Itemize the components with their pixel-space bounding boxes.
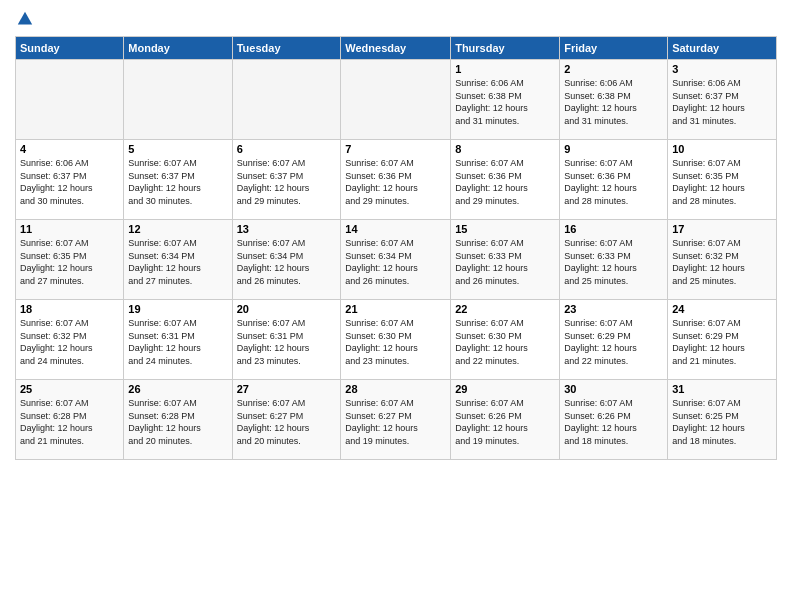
day-number: 27 bbox=[237, 383, 337, 395]
calendar-cell: 20Sunrise: 6:07 AM Sunset: 6:31 PM Dayli… bbox=[232, 300, 341, 380]
day-number: 31 bbox=[672, 383, 772, 395]
calendar-cell: 16Sunrise: 6:07 AM Sunset: 6:33 PM Dayli… bbox=[560, 220, 668, 300]
weekday-header: Saturday bbox=[668, 37, 777, 60]
logo-text bbox=[15, 10, 35, 28]
day-info: Sunrise: 6:07 AM Sunset: 6:34 PM Dayligh… bbox=[128, 237, 227, 287]
calendar-cell: 8Sunrise: 6:07 AM Sunset: 6:36 PM Daylig… bbox=[451, 140, 560, 220]
day-number: 20 bbox=[237, 303, 337, 315]
day-info: Sunrise: 6:07 AM Sunset: 6:32 PM Dayligh… bbox=[20, 317, 119, 367]
calendar-cell: 11Sunrise: 6:07 AM Sunset: 6:35 PM Dayli… bbox=[16, 220, 124, 300]
calendar-cell: 25Sunrise: 6:07 AM Sunset: 6:28 PM Dayli… bbox=[16, 380, 124, 460]
calendar-cell: 24Sunrise: 6:07 AM Sunset: 6:29 PM Dayli… bbox=[668, 300, 777, 380]
page-container: SundayMondayTuesdayWednesdayThursdayFrid… bbox=[0, 0, 792, 470]
calendar-header-row: SundayMondayTuesdayWednesdayThursdayFrid… bbox=[16, 37, 777, 60]
day-number: 30 bbox=[564, 383, 663, 395]
svg-marker-0 bbox=[18, 12, 32, 25]
day-info: Sunrise: 6:07 AM Sunset: 6:28 PM Dayligh… bbox=[20, 397, 119, 447]
day-info: Sunrise: 6:07 AM Sunset: 6:32 PM Dayligh… bbox=[672, 237, 772, 287]
weekday-header: Wednesday bbox=[341, 37, 451, 60]
calendar-cell: 30Sunrise: 6:07 AM Sunset: 6:26 PM Dayli… bbox=[560, 380, 668, 460]
calendar-cell: 22Sunrise: 6:07 AM Sunset: 6:30 PM Dayli… bbox=[451, 300, 560, 380]
weekday-header: Thursday bbox=[451, 37, 560, 60]
day-number: 21 bbox=[345, 303, 446, 315]
day-info: Sunrise: 6:07 AM Sunset: 6:36 PM Dayligh… bbox=[345, 157, 446, 207]
calendar-week-row: 25Sunrise: 6:07 AM Sunset: 6:28 PM Dayli… bbox=[16, 380, 777, 460]
calendar-cell bbox=[16, 60, 124, 140]
day-info: Sunrise: 6:07 AM Sunset: 6:26 PM Dayligh… bbox=[455, 397, 555, 447]
day-number: 6 bbox=[237, 143, 337, 155]
day-number: 26 bbox=[128, 383, 227, 395]
day-info: Sunrise: 6:07 AM Sunset: 6:30 PM Dayligh… bbox=[345, 317, 446, 367]
day-number: 1 bbox=[455, 63, 555, 75]
day-number: 16 bbox=[564, 223, 663, 235]
calendar-cell: 9Sunrise: 6:07 AM Sunset: 6:36 PM Daylig… bbox=[560, 140, 668, 220]
calendar-cell: 26Sunrise: 6:07 AM Sunset: 6:28 PM Dayli… bbox=[124, 380, 232, 460]
calendar-cell: 27Sunrise: 6:07 AM Sunset: 6:27 PM Dayli… bbox=[232, 380, 341, 460]
day-number: 28 bbox=[345, 383, 446, 395]
calendar-cell bbox=[124, 60, 232, 140]
day-info: Sunrise: 6:07 AM Sunset: 6:35 PM Dayligh… bbox=[672, 157, 772, 207]
logo-icon bbox=[16, 10, 34, 28]
calendar-cell: 14Sunrise: 6:07 AM Sunset: 6:34 PM Dayli… bbox=[341, 220, 451, 300]
page-header bbox=[15, 10, 777, 28]
day-info: Sunrise: 6:06 AM Sunset: 6:37 PM Dayligh… bbox=[672, 77, 772, 127]
day-info: Sunrise: 6:07 AM Sunset: 6:33 PM Dayligh… bbox=[564, 237, 663, 287]
day-number: 23 bbox=[564, 303, 663, 315]
day-info: Sunrise: 6:07 AM Sunset: 6:28 PM Dayligh… bbox=[128, 397, 227, 447]
day-number: 4 bbox=[20, 143, 119, 155]
calendar-cell: 19Sunrise: 6:07 AM Sunset: 6:31 PM Dayli… bbox=[124, 300, 232, 380]
day-info: Sunrise: 6:07 AM Sunset: 6:31 PM Dayligh… bbox=[128, 317, 227, 367]
day-info: Sunrise: 6:07 AM Sunset: 6:27 PM Dayligh… bbox=[237, 397, 337, 447]
calendar-cell: 2Sunrise: 6:06 AM Sunset: 6:38 PM Daylig… bbox=[560, 60, 668, 140]
day-number: 19 bbox=[128, 303, 227, 315]
calendar-table: SundayMondayTuesdayWednesdayThursdayFrid… bbox=[15, 36, 777, 460]
day-number: 7 bbox=[345, 143, 446, 155]
calendar-cell: 17Sunrise: 6:07 AM Sunset: 6:32 PM Dayli… bbox=[668, 220, 777, 300]
day-info: Sunrise: 6:06 AM Sunset: 6:38 PM Dayligh… bbox=[455, 77, 555, 127]
day-number: 14 bbox=[345, 223, 446, 235]
day-info: Sunrise: 6:07 AM Sunset: 6:34 PM Dayligh… bbox=[345, 237, 446, 287]
weekday-header: Sunday bbox=[16, 37, 124, 60]
calendar-cell: 18Sunrise: 6:07 AM Sunset: 6:32 PM Dayli… bbox=[16, 300, 124, 380]
calendar-week-row: 1Sunrise: 6:06 AM Sunset: 6:38 PM Daylig… bbox=[16, 60, 777, 140]
day-info: Sunrise: 6:07 AM Sunset: 6:37 PM Dayligh… bbox=[128, 157, 227, 207]
day-number: 3 bbox=[672, 63, 772, 75]
calendar-cell: 12Sunrise: 6:07 AM Sunset: 6:34 PM Dayli… bbox=[124, 220, 232, 300]
day-info: Sunrise: 6:07 AM Sunset: 6:34 PM Dayligh… bbox=[237, 237, 337, 287]
day-number: 10 bbox=[672, 143, 772, 155]
day-number: 25 bbox=[20, 383, 119, 395]
day-info: Sunrise: 6:06 AM Sunset: 6:37 PM Dayligh… bbox=[20, 157, 119, 207]
day-number: 17 bbox=[672, 223, 772, 235]
day-number: 13 bbox=[237, 223, 337, 235]
day-number: 22 bbox=[455, 303, 555, 315]
calendar-cell: 3Sunrise: 6:06 AM Sunset: 6:37 PM Daylig… bbox=[668, 60, 777, 140]
day-info: Sunrise: 6:07 AM Sunset: 6:26 PM Dayligh… bbox=[564, 397, 663, 447]
day-number: 8 bbox=[455, 143, 555, 155]
calendar-cell: 15Sunrise: 6:07 AM Sunset: 6:33 PM Dayli… bbox=[451, 220, 560, 300]
day-number: 12 bbox=[128, 223, 227, 235]
calendar-cell: 6Sunrise: 6:07 AM Sunset: 6:37 PM Daylig… bbox=[232, 140, 341, 220]
calendar-cell: 28Sunrise: 6:07 AM Sunset: 6:27 PM Dayli… bbox=[341, 380, 451, 460]
day-info: Sunrise: 6:07 AM Sunset: 6:30 PM Dayligh… bbox=[455, 317, 555, 367]
calendar-cell: 29Sunrise: 6:07 AM Sunset: 6:26 PM Dayli… bbox=[451, 380, 560, 460]
calendar-cell: 4Sunrise: 6:06 AM Sunset: 6:37 PM Daylig… bbox=[16, 140, 124, 220]
day-number: 29 bbox=[455, 383, 555, 395]
day-info: Sunrise: 6:07 AM Sunset: 6:29 PM Dayligh… bbox=[564, 317, 663, 367]
weekday-header: Monday bbox=[124, 37, 232, 60]
day-number: 11 bbox=[20, 223, 119, 235]
day-info: Sunrise: 6:07 AM Sunset: 6:36 PM Dayligh… bbox=[564, 157, 663, 207]
calendar-cell: 21Sunrise: 6:07 AM Sunset: 6:30 PM Dayli… bbox=[341, 300, 451, 380]
day-number: 18 bbox=[20, 303, 119, 315]
calendar-cell bbox=[341, 60, 451, 140]
calendar-cell: 13Sunrise: 6:07 AM Sunset: 6:34 PM Dayli… bbox=[232, 220, 341, 300]
calendar-cell: 1Sunrise: 6:06 AM Sunset: 6:38 PM Daylig… bbox=[451, 60, 560, 140]
day-number: 5 bbox=[128, 143, 227, 155]
day-info: Sunrise: 6:07 AM Sunset: 6:33 PM Dayligh… bbox=[455, 237, 555, 287]
day-info: Sunrise: 6:07 AM Sunset: 6:25 PM Dayligh… bbox=[672, 397, 772, 447]
day-number: 24 bbox=[672, 303, 772, 315]
day-info: Sunrise: 6:07 AM Sunset: 6:29 PM Dayligh… bbox=[672, 317, 772, 367]
logo bbox=[15, 10, 35, 28]
calendar-week-row: 18Sunrise: 6:07 AM Sunset: 6:32 PM Dayli… bbox=[16, 300, 777, 380]
calendar-week-row: 11Sunrise: 6:07 AM Sunset: 6:35 PM Dayli… bbox=[16, 220, 777, 300]
day-info: Sunrise: 6:07 AM Sunset: 6:35 PM Dayligh… bbox=[20, 237, 119, 287]
